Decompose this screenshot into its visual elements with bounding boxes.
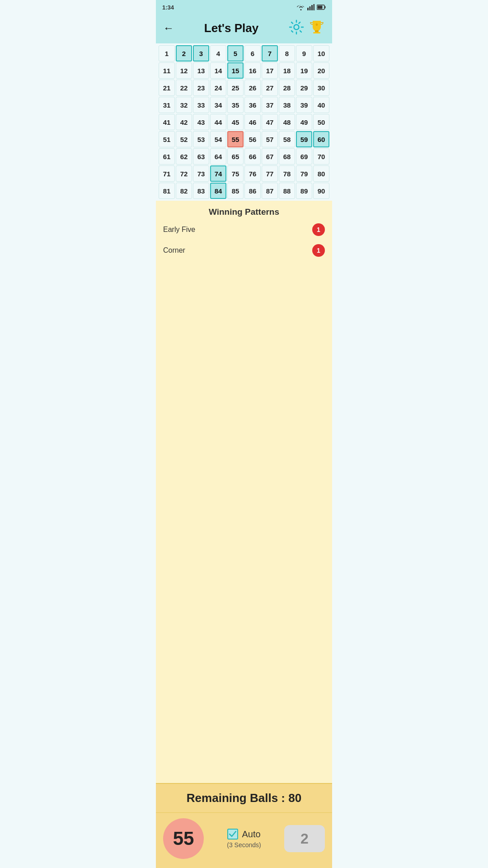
grid-cell-24[interactable]: 24 [210, 80, 226, 96]
grid-cell-90[interactable]: 90 [313, 183, 329, 199]
grid-cell-53[interactable]: 53 [193, 131, 209, 147]
grid-cell-49[interactable]: 49 [296, 114, 312, 130]
grid-cell-85[interactable]: 85 [227, 183, 244, 199]
grid-cell-36[interactable]: 36 [244, 97, 261, 113]
grid-cell-75[interactable]: 75 [227, 165, 244, 182]
grid-cell-18[interactable]: 18 [279, 62, 295, 79]
grid-cell-63[interactable]: 63 [193, 148, 209, 165]
grid-cell-29[interactable]: 29 [296, 80, 312, 96]
back-button[interactable]: ← [163, 22, 174, 34]
auto-row: Auto [227, 829, 260, 840]
grid-cell-59[interactable]: 59 [296, 131, 312, 147]
grid-cell-50[interactable]: 50 [313, 114, 329, 130]
grid-cell-35[interactable]: 35 [227, 97, 244, 113]
grid-cell-62[interactable]: 62 [176, 148, 192, 165]
grid-cell-47[interactable]: 47 [262, 114, 278, 130]
grid-cell-30[interactable]: 30 [313, 80, 329, 96]
grid-cell-55[interactable]: 55 [227, 131, 244, 147]
grid-cell-26[interactable]: 26 [244, 80, 261, 96]
grid-cell-12[interactable]: 12 [176, 62, 192, 79]
grid-cell-15[interactable]: 15 [227, 62, 244, 79]
grid-cell-20[interactable]: 20 [313, 62, 329, 79]
grid-cell-5[interactable]: 5 [227, 45, 244, 61]
grid-cell-72[interactable]: 72 [176, 165, 192, 182]
grid-cell-23[interactable]: 23 [193, 80, 209, 96]
grid-cell-61[interactable]: 61 [159, 148, 175, 165]
grid-cell-11[interactable]: 11 [159, 62, 175, 79]
grid-cell-76[interactable]: 76 [244, 165, 261, 182]
grid-cell-3[interactable]: 3 [193, 45, 209, 61]
grid-cell-42[interactable]: 42 [176, 114, 192, 130]
grid-cell-87[interactable]: 87 [262, 183, 278, 199]
pattern-badge: 1 [312, 244, 325, 257]
grid-cell-58[interactable]: 58 [279, 131, 295, 147]
grid-cell-71[interactable]: 71 [159, 165, 175, 182]
grid-cell-84[interactable]: 84 [210, 183, 226, 199]
grid-cell-22[interactable]: 22 [176, 80, 192, 96]
grid-cell-89[interactable]: 89 [296, 183, 312, 199]
grid-cell-7[interactable]: 7 [262, 45, 278, 61]
grid-cell-66[interactable]: 66 [244, 148, 261, 165]
grid-cell-40[interactable]: 40 [313, 97, 329, 113]
pattern-row-corner: Corner1 [163, 244, 325, 257]
grid-cell-83[interactable]: 83 [193, 183, 209, 199]
grid-cell-41[interactable]: 41 [159, 114, 175, 130]
grid-cell-86[interactable]: 86 [244, 183, 261, 199]
grid-cell-38[interactable]: 38 [279, 97, 295, 113]
grid-cell-17[interactable]: 17 [262, 62, 278, 79]
grid-cell-51[interactable]: 51 [159, 131, 175, 147]
grid-cell-43[interactable]: 43 [193, 114, 209, 130]
grid-cell-73[interactable]: 73 [193, 165, 209, 182]
grid-cell-1[interactable]: 1 [159, 45, 175, 61]
grid-cell-4[interactable]: 4 [210, 45, 226, 61]
grid-cell-45[interactable]: 45 [227, 114, 244, 130]
grid-cell-80[interactable]: 80 [313, 165, 329, 182]
grid-cell-33[interactable]: 33 [193, 97, 209, 113]
grid-cell-37[interactable]: 37 [262, 97, 278, 113]
grid-cell-60[interactable]: 60 [313, 131, 329, 147]
grid-cell-21[interactable]: 21 [159, 80, 175, 96]
grid-cell-56[interactable]: 56 [244, 131, 261, 147]
grid-cell-78[interactable]: 78 [279, 165, 295, 182]
grid-cell-77[interactable]: 77 [262, 165, 278, 182]
grid-cell-28[interactable]: 28 [279, 80, 295, 96]
grid-cell-67[interactable]: 67 [262, 148, 278, 165]
grid-cell-64[interactable]: 64 [210, 148, 226, 165]
grid-cell-8[interactable]: 8 [279, 45, 295, 61]
grid-cell-2[interactable]: 2 [176, 45, 192, 61]
grid-cell-65[interactable]: 65 [227, 148, 244, 165]
grid-cell-70[interactable]: 70 [313, 148, 329, 165]
grid-cell-9[interactable]: 9 [296, 45, 312, 61]
grid-cell-54[interactable]: 54 [210, 131, 226, 147]
grid-cell-34[interactable]: 34 [210, 97, 226, 113]
grid-cell-52[interactable]: 52 [176, 131, 192, 147]
grid-cell-69[interactable]: 69 [296, 148, 312, 165]
grid-cell-27[interactable]: 27 [262, 80, 278, 96]
grid-cell-39[interactable]: 39 [296, 97, 312, 113]
grid-cell-48[interactable]: 48 [279, 114, 295, 130]
grid-cell-25[interactable]: 25 [227, 80, 244, 96]
grid-cell-13[interactable]: 13 [193, 62, 209, 79]
grid-cell-81[interactable]: 81 [159, 183, 175, 199]
grid-cell-88[interactable]: 88 [279, 183, 295, 199]
next-ball-button[interactable]: 2 [284, 825, 325, 852]
grid-cell-74[interactable]: 74 [210, 165, 226, 182]
grid-cell-32[interactable]: 32 [176, 97, 192, 113]
grid-cell-44[interactable]: 44 [210, 114, 226, 130]
settings-icon[interactable] [289, 19, 304, 37]
grid-cell-82[interactable]: 82 [176, 183, 192, 199]
grid-cell-14[interactable]: 14 [210, 62, 226, 79]
grid-cell-16[interactable]: 16 [244, 62, 261, 79]
grid-cell-68[interactable]: 68 [279, 148, 295, 165]
grid-cell-79[interactable]: 79 [296, 165, 312, 182]
grid-cell-19[interactable]: 19 [296, 62, 312, 79]
grid-cell-46[interactable]: 46 [244, 114, 261, 130]
grid-cell-10[interactable]: 10 [313, 45, 329, 61]
auto-checkbox[interactable] [227, 829, 238, 840]
grid-cell-31[interactable]: 31 [159, 97, 175, 113]
grid-cell-57[interactable]: 57 [262, 131, 278, 147]
auto-label: Auto [242, 829, 260, 840]
remaining-balls-bar: Remaining Balls : 80 [156, 783, 332, 812]
grid-cell-6[interactable]: 6 [244, 45, 261, 61]
trophy-icon[interactable] [309, 19, 325, 37]
